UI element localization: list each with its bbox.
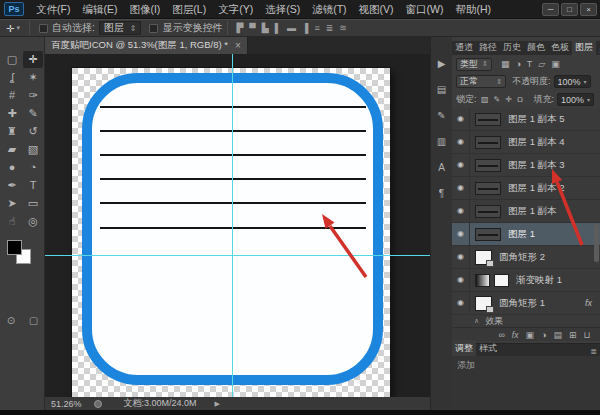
- layer-style-icon[interactable]: fx: [508, 330, 522, 340]
- lock-image-pixels-icon[interactable]: ✎: [491, 95, 503, 104]
- distribute-top-icon[interactable]: ≡: [311, 23, 322, 33]
- panel-tab-历史[interactable]: 历史: [500, 39, 524, 55]
- delete-layer-icon[interactable]: ⊔: [580, 330, 594, 340]
- layer-thumbnail-line[interactable]: [475, 228, 501, 241]
- status-options-arrow-icon[interactable]: ▶: [215, 400, 220, 408]
- brush-panel-icon[interactable]: ✎: [437, 105, 445, 131]
- close-button[interactable]: ×: [580, 3, 597, 16]
- screen-mode-icon[interactable]: ▢: [29, 315, 38, 326]
- character-panel-icon[interactable]: A: [438, 157, 445, 183]
- layer-row[interactable]: ◉图层 1 副本: [452, 200, 600, 223]
- clone-stamp-tool[interactable]: ♜: [2, 123, 22, 140]
- crop-tool[interactable]: #: [2, 87, 22, 104]
- panel-tab-色板[interactable]: 色板: [548, 39, 572, 55]
- opacity-field[interactable]: 100% ▾: [554, 75, 591, 88]
- zoom-tool[interactable]: ◎: [23, 213, 43, 230]
- document-canvas[interactable]: [72, 68, 390, 397]
- filter-shape-layers-icon[interactable]: ▱: [535, 59, 548, 69]
- eye-icon[interactable]: ◉: [452, 246, 470, 268]
- adjust-tab-样式[interactable]: 样式: [476, 340, 500, 356]
- pen-tool[interactable]: ✒: [2, 177, 22, 194]
- magic-wand-tool[interactable]: ✶: [23, 69, 43, 86]
- path-selection-tool[interactable]: ➤: [2, 195, 22, 212]
- align-horizontal-centers-icon[interactable]: ▬: [284, 23, 299, 33]
- new-layer-icon[interactable]: ⊞: [565, 330, 580, 340]
- layer-row[interactable]: ◉圆角矩形 1fx: [452, 292, 600, 315]
- add-layer-mask-icon[interactable]: ▣: [522, 330, 538, 340]
- layer-thumbnail-shape[interactable]: [475, 296, 492, 311]
- panel-tab-颜色[interactable]: 颜色: [524, 39, 548, 55]
- effects-row[interactable]: ∧效果: [452, 315, 600, 327]
- menu-item-图层[interactable]: 图层(L): [166, 0, 212, 19]
- lock-transparent-pixels-icon[interactable]: ▨: [479, 95, 492, 104]
- expand-panels-icon[interactable]: ▶: [438, 53, 446, 79]
- eye-icon[interactable]: ◉: [452, 154, 470, 176]
- history-brush-tool[interactable]: ↺: [23, 123, 43, 140]
- layer-row[interactable]: ◉图层 1 副本 4: [452, 131, 600, 154]
- align-right-edges-icon[interactable]: ▐: [299, 23, 311, 33]
- new-adjustment-layer-icon[interactable]: ◑: [537, 330, 549, 340]
- document-tab[interactable]: 百度贴吧ICON @ 51.3%(图层 1, RGB/8) * ×: [45, 37, 248, 54]
- zoom-level-field[interactable]: 51.26%: [51, 399, 82, 409]
- layer-row[interactable]: ◉图层 1 副本 2: [452, 177, 600, 200]
- type-tool[interactable]: T: [23, 177, 43, 194]
- rectangular-marquee-tool[interactable]: ▢: [2, 51, 22, 68]
- eye-icon[interactable]: ◉: [452, 177, 470, 199]
- maximize-button[interactable]: □: [561, 3, 578, 16]
- menu-item-文字[interactable]: 文字(Y): [212, 0, 259, 19]
- panel-tab-通道[interactable]: 通道: [452, 39, 476, 55]
- adjust-tab-调整[interactable]: 调整: [452, 340, 476, 356]
- vertical-guide[interactable]: [232, 54, 233, 397]
- layer-thumbnail-gradient[interactable]: [475, 274, 490, 287]
- menu-item-图像[interactable]: 图像(I): [123, 0, 166, 19]
- align-vertical-centers-icon[interactable]: ▀: [246, 23, 258, 33]
- blend-mode-dropdown[interactable]: 正常 ⇕: [456, 75, 506, 88]
- layer-thumbnail-line[interactable]: [475, 113, 501, 126]
- eye-icon[interactable]: ◉: [452, 223, 470, 245]
- menu-item-选择[interactable]: 选择(S): [259, 0, 306, 19]
- close-document-icon[interactable]: ×: [235, 40, 241, 51]
- shape-tool[interactable]: ▭: [23, 195, 43, 212]
- adjust-panel-menu-icon[interactable]: ≣: [587, 347, 600, 356]
- hand-tool[interactable]: ☝: [2, 213, 22, 230]
- dodge-tool[interactable]: ◔: [23, 159, 43, 176]
- new-group-icon[interactable]: ▤: [550, 330, 566, 340]
- link-layers-icon[interactable]: ∞: [495, 330, 508, 340]
- eye-icon[interactable]: ◉: [452, 269, 470, 291]
- layer-row[interactable]: ◉图层 1 副本 3: [452, 154, 600, 177]
- filter-type-dropdown[interactable]: 类型 ⇕: [456, 58, 492, 71]
- layer-row[interactable]: ◉渐变映射 1: [452, 269, 600, 292]
- layer-fx-icon[interactable]: fx: [585, 298, 592, 308]
- eye-icon[interactable]: ◉: [452, 108, 470, 130]
- layer-thumbnail-line[interactable]: [475, 159, 501, 172]
- menu-item-文件[interactable]: 文件(F): [30, 0, 76, 19]
- align-bottom-edges-icon[interactable]: ▙: [259, 23, 272, 33]
- lock-all-icon[interactable]: Ω: [514, 95, 525, 104]
- fill-field[interactable]: 100% ▾: [557, 93, 594, 106]
- lock-position-icon[interactable]: ✛: [503, 95, 515, 104]
- healing-brush-tool[interactable]: ✚: [2, 105, 22, 122]
- gradient-tool[interactable]: ▧: [23, 141, 43, 158]
- layer-thumbnail-line[interactable]: [475, 182, 501, 195]
- filter-adjustment-layers-icon[interactable]: ◑: [512, 59, 523, 69]
- eye-icon[interactable]: ◉: [452, 292, 470, 314]
- menu-item-滤镜[interactable]: 滤镜(T): [306, 0, 352, 19]
- panel-tab-路径[interactable]: 路径: [476, 39, 500, 55]
- lasso-tool[interactable]: ʆ: [2, 69, 22, 86]
- layer-thumbnail-line[interactable]: [475, 205, 501, 218]
- layer-thumbnail-line[interactable]: [475, 136, 501, 149]
- auto-select-checkbox[interactable]: [39, 24, 48, 33]
- align-top-edges-icon[interactable]: ▛: [233, 23, 246, 33]
- layers-scrollbar-thumb[interactable]: [594, 224, 599, 262]
- eye-icon[interactable]: ◉: [452, 200, 470, 222]
- filter-smart-objects-icon[interactable]: ▣: [548, 59, 563, 69]
- eraser-tool[interactable]: ▰: [2, 141, 22, 158]
- menu-item-帮助[interactable]: 帮助(H): [450, 0, 498, 19]
- filter-pixel-layers-icon[interactable]: ▦: [498, 59, 513, 69]
- menu-item-窗口[interactable]: 窗口(W): [400, 0, 450, 19]
- effects-collapse-icon[interactable]: ∧: [474, 317, 479, 325]
- minimize-button[interactable]: ─: [542, 3, 559, 16]
- layer-mask-thumbnail[interactable]: [494, 274, 509, 287]
- menu-item-视图[interactable]: 视图(V): [353, 0, 400, 19]
- blur-tool[interactable]: ●: [2, 159, 22, 176]
